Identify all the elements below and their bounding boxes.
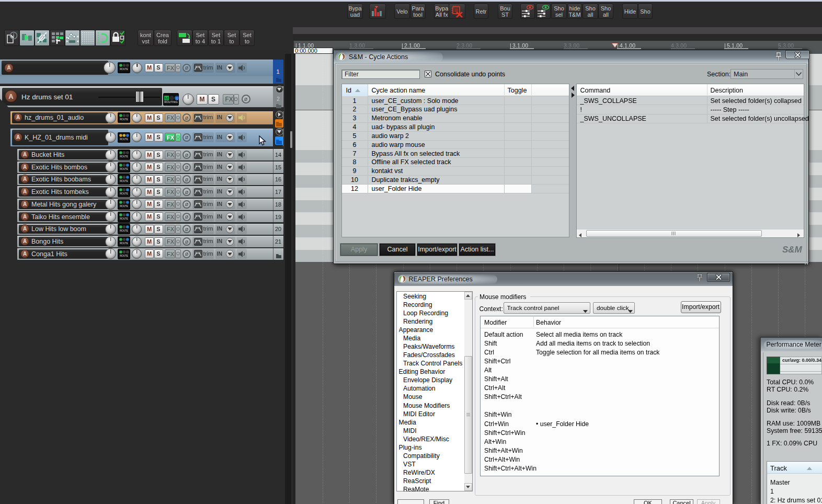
svg-text:i: i <box>13 33 14 39</box>
svg-text:S: S <box>176 97 178 100</box>
